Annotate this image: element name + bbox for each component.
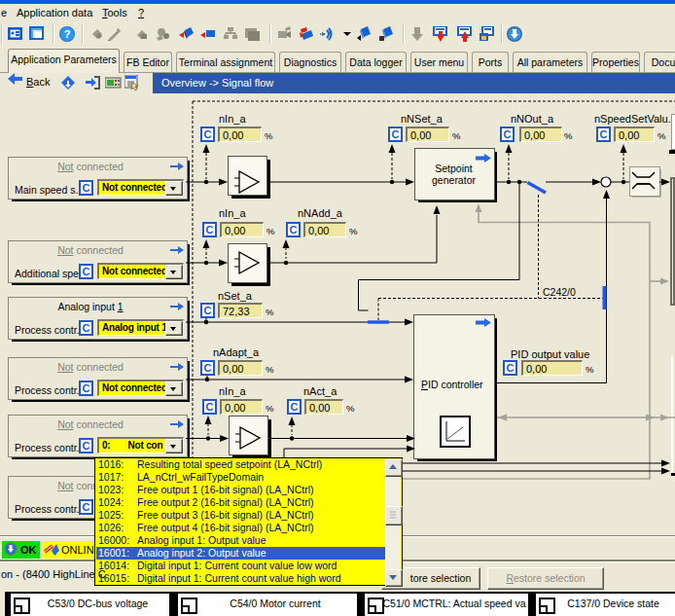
svg-text:C242/0: C242/0	[543, 286, 576, 298]
